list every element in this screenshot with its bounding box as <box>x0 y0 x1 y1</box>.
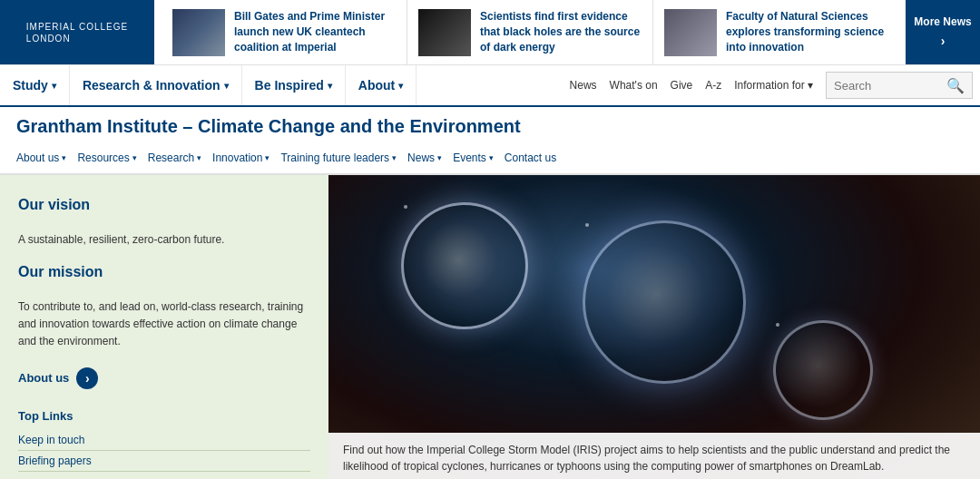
nav-item-inspired-label: Be Inspired <box>255 78 324 93</box>
link-briefing-papers[interactable]: Briefing papers <box>18 451 310 472</box>
nav-link-info-for[interactable]: Information for ▾ <box>734 79 813 92</box>
search-icon[interactable]: 🔍 <box>946 77 965 94</box>
link-keep-in-touch[interactable]: Keep in touch <box>18 430 310 451</box>
logo-line2: London <box>26 33 128 44</box>
more-news-arrow-icon: › <box>941 33 946 49</box>
nav-item-inspired[interactable]: Be Inspired ▾ <box>242 65 346 105</box>
sub-nav-news-caret-icon: ▾ <box>437 153 442 162</box>
top-bar: Imperial College London Bill Gates and P… <box>0 0 980 65</box>
news-title-1: Bill Gates and Prime Minister launch new… <box>234 9 396 54</box>
left-panel: Our vision A sustainable, resilient, zer… <box>0 175 328 479</box>
news-thumb-3 <box>664 9 717 56</box>
nav-item-about[interactable]: About ▾ <box>346 65 416 105</box>
logo[interactable]: Imperial College London <box>0 0 154 64</box>
hurricane-2 <box>583 220 746 384</box>
nav-link-whatson[interactable]: What's on <box>610 79 658 92</box>
nav-item-study-caret-icon: ▾ <box>52 81 56 91</box>
nav-item-research-label: Research & Innovation <box>83 78 220 93</box>
sub-nav-resources-caret-icon: ▾ <box>132 153 137 162</box>
hero-caption: Find out how the Imperial College Storm … <box>328 433 980 479</box>
about-us-arrow-icon: › <box>76 367 98 389</box>
news-item-2[interactable]: Scientists find first evidence that blac… <box>407 0 653 64</box>
sub-nav-about-us-caret-icon: ▾ <box>62 153 66 162</box>
sub-nav-news[interactable]: News ▾ <box>407 152 451 164</box>
mission-text: To contribute to, and lead on, world-cla… <box>18 298 310 351</box>
news-title-2: Scientists find first evidence that blac… <box>480 9 642 54</box>
nav-item-about-label: About <box>358 78 395 93</box>
sub-nav-contact-us[interactable]: Contact us <box>505 152 565 164</box>
mission-title: Our mission <box>18 264 310 280</box>
nav-item-research-caret-icon: ▾ <box>224 81 229 91</box>
sub-nav-training-caret-icon: ▾ <box>392 153 397 162</box>
nav-item-about-caret-icon: ▾ <box>398 81 403 91</box>
news-item-1[interactable]: Bill Gates and Prime Minister launch new… <box>162 0 407 64</box>
info-for-caret-icon: ▾ <box>808 79 813 92</box>
nav-link-news[interactable]: News <box>570 79 597 92</box>
sub-nav-events[interactable]: Events ▾ <box>453 152 503 164</box>
nav-right: News What's on Give A-z Information for … <box>570 65 980 105</box>
news-title-3: Faculty of Natural Sciences explores tra… <box>726 9 887 54</box>
content-area: Our vision A sustainable, resilient, zer… <box>0 175 980 479</box>
more-news-button[interactable]: More News › <box>906 0 980 64</box>
news-thumb-2 <box>418 9 471 56</box>
vision-text: A sustainable, resilient, zero-carbon fu… <box>18 231 310 248</box>
main-nav: Study ▾ Research & Innovation ▾ Be Inspi… <box>0 65 980 107</box>
news-item-3[interactable]: Faculty of Natural Sciences explores tra… <box>653 0 898 64</box>
hero-area: Find out how the Imperial College Storm … <box>328 175 980 479</box>
search-bar[interactable]: 🔍 <box>826 72 973 99</box>
nav-item-inspired-caret-icon: ▾ <box>328 81 332 91</box>
hurricane-1 <box>401 202 528 329</box>
vision-title: Our vision <box>18 197 310 213</box>
hurricane-3 <box>773 320 873 420</box>
sub-nav-training[interactable]: Training future leaders ▾ <box>280 152 406 164</box>
sub-nav-innovation[interactable]: Innovation ▾ <box>212 152 279 164</box>
logo-line1: Imperial College <box>26 21 128 33</box>
more-news-label: More News <box>914 15 971 30</box>
sub-nav-innovation-caret-icon: ▾ <box>265 153 270 162</box>
top-links-title: Top Links <box>18 409 310 423</box>
sub-nav-research-caret-icon: ▾ <box>197 153 201 162</box>
sub-nav-research[interactable]: Research ▾ <box>148 152 211 164</box>
sub-nav: About us ▾ Resources ▾ Research ▾ Innova… <box>0 142 980 175</box>
sub-nav-resources[interactable]: Resources ▾ <box>77 152 145 164</box>
about-us-link[interactable]: About us › <box>18 367 310 389</box>
nav-link-give[interactable]: Give <box>671 79 693 92</box>
main-nav-items: Study ▾ Research & Innovation ▾ Be Inspi… <box>0 65 570 105</box>
nav-link-az[interactable]: A-z <box>705 79 721 92</box>
nav-item-research[interactable]: Research & Innovation ▾ <box>70 65 242 105</box>
page-title: Grantham Institute – Climate Change and … <box>0 107 980 142</box>
sub-nav-about-us[interactable]: About us ▾ <box>16 152 75 164</box>
sub-nav-events-caret-icon: ▾ <box>489 153 494 162</box>
news-thumb-1 <box>172 9 225 56</box>
nav-item-study[interactable]: Study ▾ <box>0 65 70 105</box>
news-items-container: Bill Gates and Prime Minister launch new… <box>154 0 906 64</box>
search-input[interactable] <box>834 79 943 93</box>
nav-item-study-label: Study <box>13 78 48 93</box>
about-us-link-label: About us <box>18 371 69 385</box>
